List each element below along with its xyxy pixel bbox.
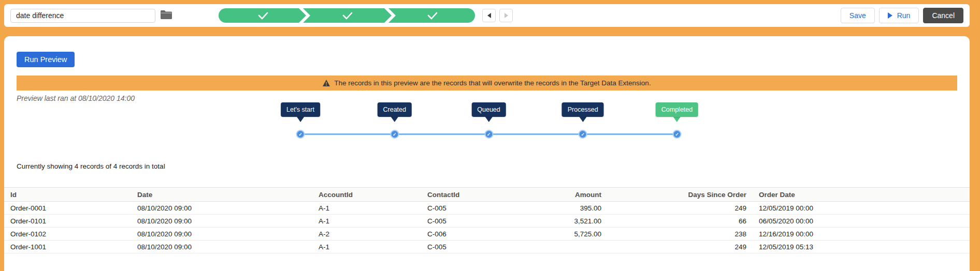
table-cell: 12/05/2019 00:00 bbox=[753, 202, 970, 215]
run-preview-button[interactable]: Run Preview bbox=[17, 52, 75, 67]
toolbar-actions: Save Run Cancel bbox=[841, 8, 963, 23]
warning-icon bbox=[323, 80, 330, 86]
run-button-label: Run bbox=[897, 11, 911, 20]
table-cell: 12/16/2019 00:00 bbox=[753, 228, 970, 240]
status-badge-tail bbox=[579, 117, 586, 122]
next-button-disabled[interactable] bbox=[499, 9, 513, 22]
previous-button[interactable] bbox=[482, 9, 496, 22]
records-summary: Currently showing 4 records of 4 records… bbox=[17, 162, 165, 170]
play-icon bbox=[888, 12, 892, 19]
table-row: Order-010108/10/2020 09:00A-1C-0053,521.… bbox=[4, 215, 970, 228]
table-cell: 66 bbox=[608, 215, 753, 228]
cancel-button[interactable]: Cancel bbox=[923, 8, 963, 23]
status-check-icon: ✓ bbox=[673, 130, 682, 139]
column-header: Order Date bbox=[753, 188, 970, 202]
status-step: Queued bbox=[471, 102, 506, 122]
status-badge: Created bbox=[378, 102, 412, 117]
status-badge: Let's start bbox=[281, 102, 320, 117]
table-cell bbox=[540, 240, 608, 253]
table-cell: C-005 bbox=[421, 215, 540, 228]
table-row: Order-000108/10/2020 09:00A-1C-005395.00… bbox=[4, 202, 970, 215]
next-arrow-icon bbox=[505, 13, 508, 18]
warning-text: The records in this preview are the reco… bbox=[334, 79, 651, 87]
status-step: Completed bbox=[656, 102, 698, 122]
preview-table-wrap: IdDateAccountIdContactIdAmountDays Since… bbox=[4, 187, 970, 253]
table-cell: 249 bbox=[608, 240, 753, 253]
history-nav bbox=[482, 9, 513, 22]
table-cell: C-006 bbox=[421, 228, 540, 240]
previous-arrow-icon bbox=[487, 13, 491, 18]
status-badge-tail bbox=[297, 117, 304, 122]
table-cell: 3,521.00 bbox=[540, 215, 608, 228]
preview-table: IdDateAccountIdContactIdAmountDays Since… bbox=[4, 187, 970, 253]
column-header: Days Since Order bbox=[608, 188, 753, 202]
status-check-icon: ✓ bbox=[390, 130, 399, 139]
column-header: ContactId bbox=[421, 188, 540, 202]
warning-banner: The records in this preview are the reco… bbox=[17, 76, 957, 91]
status-check-icon: ✓ bbox=[296, 130, 305, 139]
table-cell: 06/05/2020 00:00 bbox=[753, 215, 970, 228]
table-row: Order-100108/10/2020 09:00A-1C-00524912/… bbox=[4, 240, 970, 253]
status-badge-tail bbox=[391, 117, 398, 122]
progress-chevron-bar bbox=[219, 8, 475, 23]
table-cell: Order-1001 bbox=[4, 240, 131, 253]
table-cell: Order-0001 bbox=[4, 202, 131, 215]
save-button[interactable]: Save bbox=[841, 8, 875, 23]
table-row: Order-010208/10/2020 09:00A-2C-0065,725.… bbox=[4, 228, 970, 240]
status-check-icon: ✓ bbox=[484, 130, 493, 139]
table-cell: 395.00 bbox=[540, 202, 608, 215]
status-check-icon: ✓ bbox=[579, 130, 587, 139]
column-header: AccountId bbox=[312, 188, 421, 202]
folder-icon bbox=[161, 10, 172, 21]
query-name-input[interactable] bbox=[10, 9, 155, 23]
table-cell: 08/10/2020 09:00 bbox=[131, 228, 312, 240]
progress-segment bbox=[219, 8, 475, 23]
status-step: Let's start bbox=[281, 102, 320, 122]
main-panel: Run Preview The records in this preview … bbox=[4, 36, 970, 271]
column-header: Id bbox=[4, 188, 131, 202]
table-cell: Order-0101 bbox=[4, 215, 131, 228]
status-step: Processed bbox=[562, 102, 604, 122]
status-badge: Completed bbox=[656, 102, 698, 117]
table-cell: 08/10/2020 09:00 bbox=[131, 215, 312, 228]
table-cell: C-005 bbox=[421, 240, 540, 253]
column-header: Date bbox=[131, 188, 312, 202]
table-cell: 08/10/2020 09:00 bbox=[131, 240, 312, 253]
folder-button[interactable] bbox=[161, 10, 172, 21]
table-cell: Order-0102 bbox=[4, 228, 131, 240]
status-badge: Processed bbox=[562, 102, 604, 117]
status-badge-tail bbox=[485, 117, 492, 122]
table-cell: 08/10/2020 09:00 bbox=[131, 202, 312, 215]
table-cell: A-1 bbox=[312, 215, 421, 228]
last-ran-text: Preview last ran at 08/10/2020 14:00 bbox=[17, 94, 135, 102]
table-cell: A-1 bbox=[312, 202, 421, 215]
table-header-row: IdDateAccountIdContactIdAmountDays Since… bbox=[4, 188, 970, 202]
table-cell: 249 bbox=[608, 202, 753, 215]
top-toolbar: Save Run Cancel bbox=[4, 4, 970, 27]
status-step: Created bbox=[378, 102, 412, 122]
table-cell: A-2 bbox=[312, 228, 421, 240]
run-button[interactable]: Run bbox=[879, 8, 919, 23]
table-cell: 5,725.00 bbox=[540, 228, 608, 240]
column-header: Amount bbox=[540, 188, 608, 202]
table-cell: 12/05/2019 05:13 bbox=[753, 240, 970, 253]
table-cell: C-005 bbox=[421, 202, 540, 215]
status-badge: Queued bbox=[471, 102, 506, 117]
table-cell: A-1 bbox=[312, 240, 421, 253]
table-cell: 238 bbox=[608, 228, 753, 240]
timeline-line bbox=[300, 133, 677, 135]
status-badge-tail bbox=[673, 117, 681, 122]
